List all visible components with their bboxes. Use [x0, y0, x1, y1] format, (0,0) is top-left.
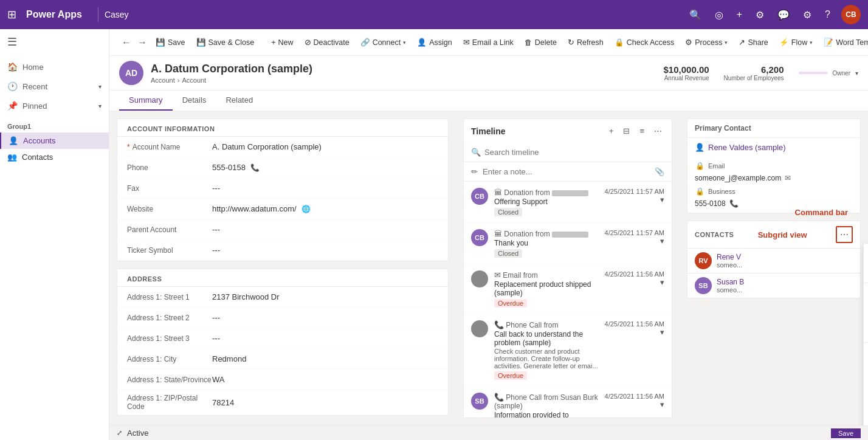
word-templates-icon: 📝	[824, 38, 833, 47]
deactivate-button[interactable]: ⊘ Deactivate	[300, 35, 354, 49]
sidebar-item-pinned[interactable]: 📌 Pinned ▾	[0, 96, 109, 115]
email-action-icon[interactable]: ✉	[785, 174, 791, 182]
ticker-symbol-value[interactable]: ---	[212, 246, 438, 255]
share-button[interactable]: ↗ Share	[734, 35, 773, 49]
delete-button[interactable]: 🗑 Delete	[520, 36, 562, 49]
timeline-list-button[interactable]: ≡	[637, 125, 647, 137]
menu-item-export-contacts[interactable]: 📤 Export Contacts | ›	[864, 419, 868, 425]
street2-value[interactable]: ---	[212, 313, 438, 322]
expand-icon[interactable]: ▾	[660, 195, 664, 204]
timeline-extra: Check customer and product information. …	[494, 348, 599, 370]
search-icon[interactable]: 🔍	[687, 7, 704, 23]
menu-item-add-existing[interactable]: 📋 Add Existing Contact	[864, 303, 868, 322]
fax-value[interactable]: ---	[212, 184, 438, 193]
contact-name-sb[interactable]: Susan B	[717, 278, 744, 286]
street2-label: Address 1: Street 2	[127, 314, 212, 322]
sidebar-group-label: Group1	[0, 118, 109, 132]
status-bar: ⤢ Active Save	[109, 425, 868, 440]
menu-item-sort[interactable]: ↕ Sort	[864, 263, 868, 281]
help-icon[interactable]: ?	[822, 7, 833, 22]
check-access-button[interactable]: 🔒 Check Access	[610, 35, 680, 49]
timeline-note-input[interactable]	[483, 167, 650, 176]
sidebar-item-contacts[interactable]: 👥 Contacts	[0, 149, 109, 165]
timeline-filter-button[interactable]: ⊟	[621, 125, 632, 137]
timeline-add-button[interactable]: +	[607, 125, 616, 137]
expand-icon[interactable]: ▾	[660, 236, 664, 246]
refresh-button[interactable]: ↻ Refresh	[563, 35, 608, 49]
status-badge: Overdue	[494, 371, 527, 380]
globe-icon[interactable]: 🌐	[301, 205, 311, 213]
website-value[interactable]: http://www.adatum.com/ 🌐	[212, 204, 438, 213]
process-button[interactable]: ⚙ Process ▾	[680, 35, 732, 49]
expand-icon[interactable]: ▾	[660, 400, 664, 409]
sidebar-item-recent[interactable]: 🕐 Recent ▾	[0, 77, 109, 96]
sidebar-recent-label: Recent	[22, 82, 47, 91]
status-badge: Overdue	[494, 299, 527, 308]
expand-icon[interactable]: ▾	[660, 278, 664, 287]
avatar[interactable]: CB	[841, 5, 861, 24]
connect-icon: 🔗	[360, 38, 370, 47]
flow-button[interactable]: ⚡ Flow ▾	[774, 35, 818, 49]
sidebar-accounts-label: Accounts	[23, 136, 55, 145]
menu-item-new-contact[interactable]: + New Contact	[864, 284, 868, 303]
street1-value[interactable]: 2137 Birchwood Dr	[212, 292, 438, 301]
save-close-button[interactable]: 💾 Save & Close	[191, 35, 260, 49]
settings-check-icon[interactable]: ◎	[712, 7, 726, 23]
menu-item-new-command[interactable]: ✓ New Command	[864, 322, 868, 341]
assign-label: Assign	[429, 38, 452, 47]
primary-contact-link[interactable]: 👤 Rene Valdes (sample)	[687, 138, 860, 157]
subgrid-more-button[interactable]: ⋯	[836, 226, 853, 243]
sidebar-toggle[interactable]: ☰	[0, 29, 109, 55]
menu-item-refresh[interactable]: ↻ Refresh	[864, 344, 868, 363]
zip-value[interactable]: 78214	[212, 398, 438, 407]
phone-value[interactable]: 555-0158 📞	[212, 163, 438, 172]
tab-related[interactable]: Related	[216, 91, 263, 111]
account-name-value[interactable]: A. Datum Corporation (sample)	[212, 142, 438, 151]
city-value[interactable]: Redmond	[212, 354, 438, 363]
add-icon[interactable]: +	[734, 7, 745, 22]
phone-call-icon[interactable]: 📞	[729, 199, 739, 208]
forward-button[interactable]: →	[135, 35, 150, 50]
account-name-label: * Account Name	[127, 143, 212, 151]
email-link-button[interactable]: ✉ Email a Link	[458, 35, 518, 49]
waffle-icon[interactable]: ⊞	[7, 8, 16, 21]
contact-name-rv[interactable]: Rene V	[717, 253, 742, 261]
timeline-search-input[interactable]	[484, 148, 664, 157]
menu-item-run-report[interactable]: 📊 Run Report ›	[864, 382, 868, 400]
field-phone: Phone 555-0158 📞	[117, 157, 448, 178]
breadcrumb-account2[interactable]: Account	[182, 77, 206, 84]
state-value[interactable]: WA	[212, 375, 438, 384]
menu-item-flow[interactable]: ⚡ Flow ›	[864, 363, 868, 382]
chat-icon[interactable]: 💬	[775, 7, 792, 23]
menu-item-select[interactable]: ☑ Select	[864, 244, 868, 263]
status-save-button[interactable]: Save	[831, 428, 861, 438]
parent-account-label: Parent Account	[127, 225, 212, 234]
menu-item-excel-templates[interactable]: 📄 Excel Templates ›	[864, 400, 868, 419]
save-label: Save	[168, 38, 185, 47]
sidebar-item-home[interactable]: 🏠 Home	[0, 57, 109, 77]
hamburger-icon: ☰	[7, 36, 17, 48]
timeline-item: CB 🏛 Donation from Thank you Closed 4/	[464, 223, 672, 264]
assign-button[interactable]: 👤 Assign	[412, 35, 457, 49]
expand-icon[interactable]: ▾	[660, 328, 664, 337]
tab-details[interactable]: Details	[173, 91, 216, 111]
street3-value[interactable]: ---	[212, 334, 438, 343]
new-button[interactable]: + New	[266, 36, 298, 49]
field-state: Address 1: State/Province WA	[117, 370, 448, 390]
parent-account-value[interactable]: ---	[212, 225, 438, 234]
timeline-main: 🏛 Donation from	[494, 229, 599, 238]
sidebar-item-accounts[interactable]: 👤 Accounts	[0, 132, 109, 149]
back-button[interactable]: ←	[119, 35, 134, 50]
owner-chevron-icon[interactable]: ▾	[855, 70, 858, 77]
connect-button[interactable]: 🔗 Connect ▾	[356, 35, 412, 49]
save-button[interactable]: 💾 Save	[151, 35, 190, 49]
timeline-more-button[interactable]: ⋯	[652, 125, 664, 137]
phone-icon[interactable]: 📞	[250, 163, 260, 172]
field-zip: Address 1: ZIP/Postal Code 78214	[117, 390, 448, 415]
word-templates-button[interactable]: 📝 Word Templates ▾	[819, 35, 868, 49]
filter-icon[interactable]: ⚙	[753, 7, 766, 23]
right-column: Primary Contact 👤 Rene Valdes (sample) 🔒…	[680, 111, 868, 425]
tab-summary[interactable]: Summary	[119, 91, 173, 111]
breadcrumb-account1[interactable]: Account	[151, 77, 175, 84]
gear-icon[interactable]: ⚙	[801, 7, 814, 23]
